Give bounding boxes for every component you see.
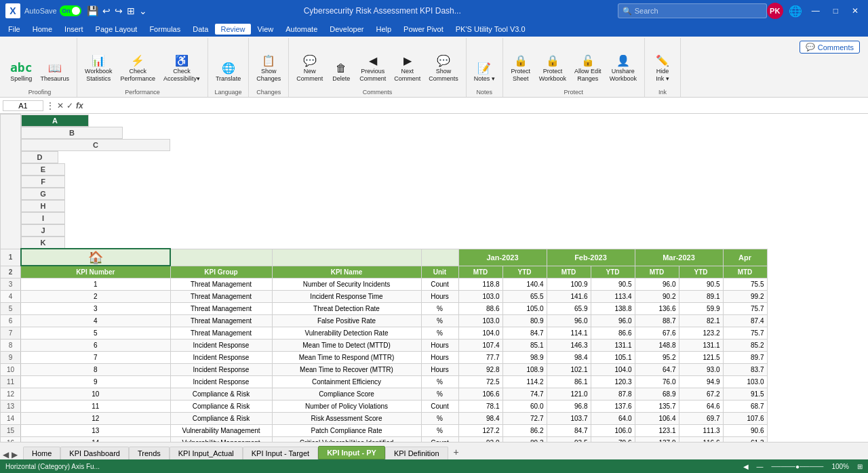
- check-accessibility-button[interactable]: ♿ Check Accessibility▾: [160, 54, 203, 85]
- avatar[interactable]: PK: [767, 3, 783, 19]
- kpi-number-cell[interactable]: 14: [21, 436, 171, 442]
- maximize-btn[interactable]: □: [829, 6, 842, 16]
- ytd1-cell[interactable]: 80.9: [502, 314, 547, 327]
- kpi-unit-cell[interactable]: %: [421, 412, 458, 424]
- ytd1-cell[interactable]: 105.0: [502, 302, 547, 314]
- mtd4-cell[interactable]: 61.3: [723, 436, 767, 442]
- cancel-icon[interactable]: ✕: [57, 101, 64, 110]
- formula-input[interactable]: [86, 102, 865, 110]
- globe-icon[interactable]: 🌐: [789, 5, 802, 18]
- row-num-3[interactable]: 3: [1, 278, 21, 290]
- mtd4-cell[interactable]: 99.2: [723, 290, 767, 302]
- menubar-item-view[interactable]: View: [252, 24, 279, 35]
- kpi-group-cell[interactable]: Compliance & Risk: [170, 400, 272, 412]
- fx-icon[interactable]: fx: [76, 101, 83, 110]
- kpi-unit-cell[interactable]: Hours: [421, 290, 458, 302]
- ytd2-cell[interactable]: 64.0: [591, 412, 635, 424]
- mtd1-cell[interactable]: 127.2: [458, 424, 502, 436]
- cell-b1[interactable]: [170, 249, 272, 266]
- col-header-e[interactable]: E: [21, 163, 65, 176]
- mtd1-cell[interactable]: 106.6: [458, 388, 502, 400]
- mtd2-cell[interactable]: 93.5: [547, 436, 591, 442]
- kpi-group-cell[interactable]: Threat Management: [170, 302, 272, 314]
- menubar-item-power-pivot[interactable]: Power Pivot: [398, 24, 449, 35]
- scroll-left-icon[interactable]: ◀: [743, 463, 749, 470]
- kpi-name-cell[interactable]: Mean Time to Detect (MTTD): [272, 339, 421, 351]
- kpi-group-cell[interactable]: Compliance & Risk: [170, 412, 272, 424]
- protect-workbook-button[interactable]: 🔒 Protect Workbook: [536, 54, 570, 85]
- mtd2-cell[interactable]: 98.4: [547, 351, 591, 363]
- kpi-number-cell[interactable]: 3: [21, 302, 171, 314]
- notes-button[interactable]: 📝 Notes ▾: [471, 61, 498, 85]
- mtd3-cell[interactable]: 137.9: [635, 436, 679, 442]
- unshare-workbook-button[interactable]: 👤 Unshare Workbook: [606, 54, 640, 85]
- mtd1-cell[interactable]: 72.5: [458, 375, 502, 388]
- row-num-13[interactable]: 13: [1, 400, 21, 412]
- kpi-name-cell[interactable]: Mean Time to Recover (MTTR): [272, 363, 421, 375]
- ytd1-cell[interactable]: 114.2: [502, 375, 547, 388]
- row-num-2[interactable]: 2: [1, 266, 21, 278]
- kpi-number-cell[interactable]: 5: [21, 327, 171, 339]
- row-num-1[interactable]: 1: [1, 249, 21, 266]
- ytd3-cell[interactable]: 89.1: [679, 290, 723, 302]
- ytd2-cell[interactable]: 90.5: [591, 278, 635, 290]
- mtd4-cell[interactable]: 89.7: [723, 351, 767, 363]
- kpi-unit-cell[interactable]: Hours: [421, 351, 458, 363]
- save-icon[interactable]: 💾: [87, 5, 98, 16]
- mtd4-cell[interactable]: 75.7: [723, 302, 767, 314]
- fit-page-icon[interactable]: ⊞: [857, 463, 863, 470]
- ytd3-cell[interactable]: 111.3: [679, 424, 723, 436]
- translate-button[interactable]: 🌐 Translate: [212, 61, 244, 85]
- cell-c1[interactable]: [272, 249, 421, 266]
- ytd2-cell[interactable]: 105.1: [591, 351, 635, 363]
- kpi-unit-cell[interactable]: %: [421, 327, 458, 339]
- col-header-d[interactable]: D: [21, 151, 58, 163]
- mtd3-cell[interactable]: 68.9: [635, 388, 679, 400]
- ytd3-cell[interactable]: 67.2: [679, 388, 723, 400]
- delete-comment-button[interactable]: 🗑 Delete: [328, 61, 355, 85]
- kpi-name-cell[interactable]: Number of Security Incidents: [272, 278, 421, 290]
- kpi-number-cell[interactable]: 13: [21, 424, 171, 436]
- mtd4-cell[interactable]: 75.5: [723, 278, 767, 290]
- mtd1-cell[interactable]: 104.0: [458, 327, 502, 339]
- kpi-name-cell[interactable]: Compliance Score: [272, 388, 421, 400]
- col-header-a[interactable]: A: [21, 115, 89, 127]
- mtd4-cell[interactable]: 107.6: [723, 412, 767, 424]
- more-icon[interactable]: ⌄: [139, 5, 147, 16]
- row-num-9[interactable]: 9: [1, 351, 21, 363]
- col-header-k[interactable]: K: [21, 236, 65, 249]
- mtd4-cell[interactable]: 90.6: [723, 424, 767, 436]
- ytd2-cell[interactable]: 86.6: [591, 327, 635, 339]
- row-num-7[interactable]: 7: [1, 327, 21, 339]
- col-header-h[interactable]: H: [21, 200, 65, 212]
- kpi-unit-cell[interactable]: Hours: [421, 363, 458, 375]
- kpi-group-cell[interactable]: Threat Management: [170, 327, 272, 339]
- kpi-group-cell[interactable]: Vulnerability Management: [170, 436, 272, 442]
- ytd2-cell[interactable]: 96.0: [591, 314, 635, 327]
- thesaurus-button[interactable]: 📖 Thesaurus: [37, 61, 73, 85]
- kpi-number-cell[interactable]: 6: [21, 339, 171, 351]
- kpi-unit-cell[interactable]: %: [421, 314, 458, 327]
- sheet-scroll[interactable]: A B C D E F G H I J K 1 🏠: [0, 114, 868, 442]
- protect-sheet-button[interactable]: 🔒 Protect Sheet: [507, 54, 534, 85]
- kpi-unit-cell[interactable]: Hours: [421, 339, 458, 351]
- prev-sheet-btn[interactable]: ◀: [3, 450, 9, 459]
- zoom-slider[interactable]: ─────●─────: [772, 463, 824, 470]
- ytd2-cell[interactable]: 120.3: [591, 375, 635, 388]
- ytd1-cell[interactable]: 98.9: [502, 351, 547, 363]
- kpi-unit-cell[interactable]: %: [421, 375, 458, 388]
- ytd3-cell[interactable]: 64.6: [679, 400, 723, 412]
- kpi-group-cell[interactable]: Vulnerability Management: [170, 424, 272, 436]
- menubar-item-automate[interactable]: Automate: [280, 24, 323, 35]
- mtd3-cell[interactable]: 64.7: [635, 363, 679, 375]
- table-icon[interactable]: ⊞: [127, 5, 135, 16]
- hide-ink-button[interactable]: ✏️ Hide Ink ▾: [649, 54, 676, 85]
- ytd3-cell[interactable]: 93.0: [679, 363, 723, 375]
- ytd3-cell[interactable]: 121.5: [679, 351, 723, 363]
- mtd1-cell[interactable]: 92.0: [458, 436, 502, 442]
- mtd1-cell[interactable]: 98.4: [458, 412, 502, 424]
- ytd3-cell[interactable]: 82.1: [679, 314, 723, 327]
- ytd1-cell[interactable]: 85.1: [502, 339, 547, 351]
- ytd1-cell[interactable]: 108.9: [502, 363, 547, 375]
- ytd2-cell[interactable]: 138.8: [591, 302, 635, 314]
